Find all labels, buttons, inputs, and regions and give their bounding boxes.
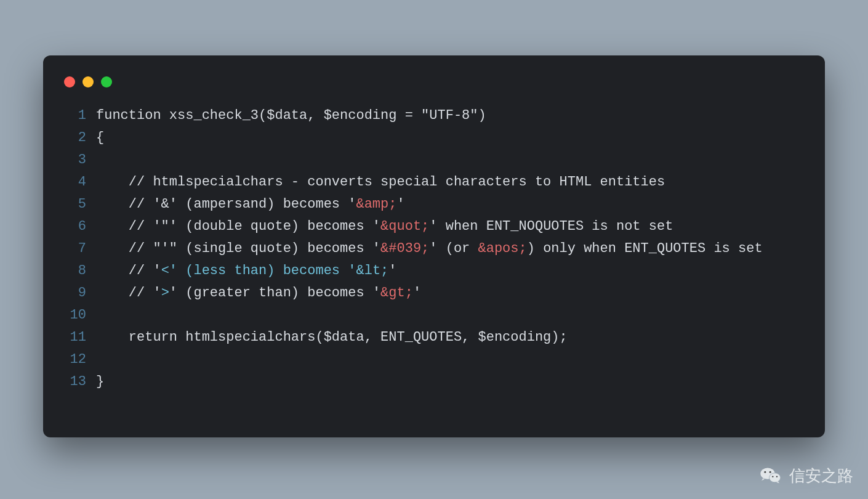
line-content: // '"' (double quote) becomes '&quot;' w… (96, 216, 806, 238)
line-number: 11 (68, 327, 96, 349)
window-titlebar (62, 74, 806, 105)
line-content: // htmlspecialchars - converts special c… (96, 171, 806, 193)
code-line: 4 // htmlspecialchars - converts special… (68, 171, 806, 193)
line-number: 2 (68, 127, 96, 149)
line-content: return htmlspecialchars($data, ENT_QUOTE… (96, 327, 806, 349)
line-number: 12 (68, 349, 96, 371)
code-block: 1function xss_check_3($data, $encoding =… (62, 105, 806, 393)
line-number: 6 (68, 216, 96, 238)
svg-point-5 (772, 476, 773, 477)
code-line: 8 // '<' (less than) becomes '&lt;' (68, 260, 806, 282)
code-line: 7 // "'" (single quote) becomes '&#039;'… (68, 238, 806, 260)
line-number: 3 (68, 149, 96, 171)
line-content (96, 349, 806, 371)
code-line: 3 (68, 149, 806, 171)
watermark: 信安之路 (758, 463, 853, 488)
wechat-icon (758, 463, 783, 488)
line-number: 9 (68, 282, 96, 304)
code-line: 6 // '"' (double quote) becomes '&quot;'… (68, 216, 806, 238)
line-number: 13 (68, 371, 96, 393)
code-line: 12 (68, 349, 806, 371)
code-line: 9 // '>' (greater than) becomes '&gt;' (68, 282, 806, 304)
line-content (96, 149, 806, 171)
line-number: 10 (68, 304, 96, 327)
line-content (96, 304, 806, 327)
line-content: // '>' (greater than) becomes '&gt;' (96, 282, 806, 304)
code-line: 11 return htmlspecialchars($data, ENT_QU… (68, 327, 806, 349)
line-content: // '&' (ampersand) becomes '&amp;' (96, 193, 806, 216)
line-number: 4 (68, 171, 96, 193)
line-number: 1 (68, 105, 96, 127)
line-number: 7 (68, 238, 96, 260)
minimize-icon[interactable] (82, 76, 94, 87)
code-line: 1function xss_check_3($data, $encoding =… (68, 105, 806, 127)
line-number: 8 (68, 260, 96, 282)
code-line: 10 (68, 304, 806, 327)
code-line: 2{ (68, 127, 806, 149)
code-line: 5 // '&' (ampersand) becomes '&amp;' (68, 193, 806, 216)
close-icon[interactable] (64, 76, 75, 87)
line-content: // "'" (single quote) becomes '&#039;' (… (96, 238, 806, 260)
svg-point-4 (770, 471, 771, 473)
line-content: function xss_check_3($data, $encoding = … (96, 105, 806, 127)
zoom-icon[interactable] (101, 76, 112, 87)
line-content: // '<' (less than) becomes '&lt;' (96, 260, 806, 282)
line-number: 5 (68, 193, 96, 216)
svg-point-3 (764, 471, 766, 473)
line-content: } (96, 371, 806, 393)
code-window: 1function xss_check_3($data, $encoding =… (43, 55, 825, 437)
line-content: { (96, 127, 806, 149)
code-line: 13} (68, 371, 806, 393)
watermark-label: 信安之路 (789, 465, 853, 487)
svg-point-6 (776, 476, 778, 477)
